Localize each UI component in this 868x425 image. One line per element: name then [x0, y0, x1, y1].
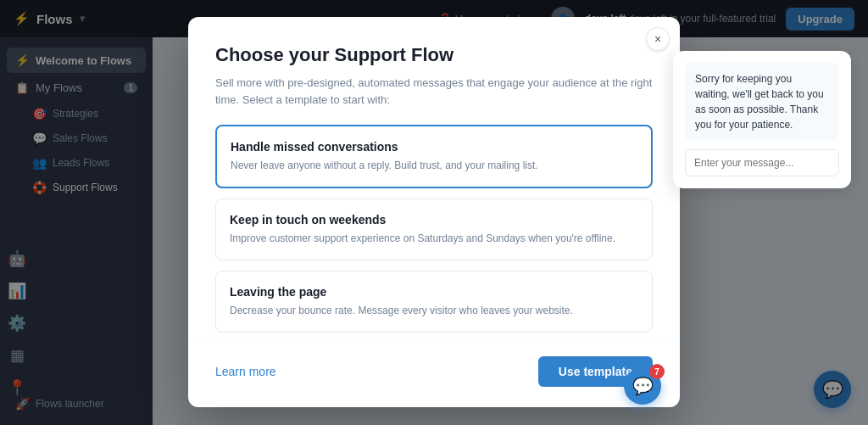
chat-widget-wrapper: 💬 7 — [624, 367, 661, 405]
modal: × Choose your Support Flow Sell more wit… — [188, 17, 680, 407]
chat-input[interactable] — [685, 149, 839, 176]
modal-footer: Learn more Use template — [188, 342, 680, 407]
template-desc-0: Never leave anyone without a reply. Buil… — [231, 158, 637, 173]
modal-title: Choose your Support Flow — [215, 44, 653, 66]
chat-widget-badge: 7 — [649, 364, 665, 379]
template-card-1[interactable]: Keep in touch on weekends Improve custom… — [215, 199, 653, 260]
learn-more-button[interactable]: Learn more — [215, 365, 276, 378]
template-desc-1: Improve customer support experience on S… — [230, 231, 638, 246]
template-card-0[interactable]: Handle missed conversations Never leave … — [215, 125, 653, 188]
chat-message-bubble: Sorry for keeping you waiting, we'll get… — [685, 63, 839, 141]
chat-preview-panel: Sorry for keeping you waiting, we'll get… — [673, 51, 851, 188]
template-title-0: Handle missed conversations — [231, 140, 637, 154]
template-title-2: Leaving the page — [230, 285, 638, 299]
modal-subtitle: Sell more with pre-designed, automated m… — [215, 75, 653, 108]
modal-overlay: × Choose your Support Flow Sell more wit… — [0, 0, 868, 425]
modal-close-button[interactable]: × — [646, 27, 670, 51]
chat-widget-container: 💬 7 — [624, 367, 661, 405]
template-title-1: Keep in touch on weekends — [230, 213, 638, 226]
template-desc-2: Decrease your bounce rate. Message every… — [230, 303, 638, 318]
chat-message-text: Sorry for keeping you waiting, we'll get… — [695, 73, 824, 131]
modal-body: Choose your Support Flow Sell more with … — [188, 17, 680, 342]
template-card-2[interactable]: Leaving the page Decrease your bounce ra… — [215, 271, 653, 333]
